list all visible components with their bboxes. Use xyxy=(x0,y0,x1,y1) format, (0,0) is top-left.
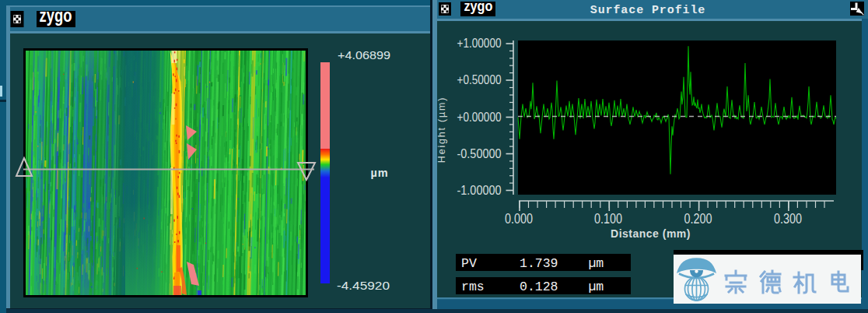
svg-text:-4.45920: -4.45920 xyxy=(337,279,390,292)
svg-text:0.000: 0.000 xyxy=(505,210,533,227)
svg-text:+1.00000: +1.00000 xyxy=(457,37,502,50)
svg-text:0.128: 0.128 xyxy=(520,280,558,294)
svg-text:0.300: 0.300 xyxy=(774,210,802,227)
svg-text:+0.50000: +0.50000 xyxy=(457,73,502,86)
svg-text:+0.00000: +0.00000 xyxy=(457,111,502,124)
svg-text:µm: µm xyxy=(588,256,604,271)
svg-text:1.739: 1.739 xyxy=(520,256,558,271)
svg-text:0.200: 0.200 xyxy=(684,210,712,227)
svg-text:Height (µm): Height (µm) xyxy=(436,97,447,163)
svg-text:0.100: 0.100 xyxy=(594,210,622,227)
svg-text:zygo: zygo xyxy=(40,5,72,26)
svg-text:-1.00000: -1.00000 xyxy=(457,184,502,197)
svg-text:Surface Profile: Surface Profile xyxy=(590,4,706,17)
svg-text:µm: µm xyxy=(371,167,389,179)
svg-text:rms: rms xyxy=(461,280,485,294)
svg-text:-0.50000: -0.50000 xyxy=(457,147,502,160)
svg-text:Distance (mm): Distance (mm) xyxy=(611,227,691,240)
svg-text:µm: µm xyxy=(588,280,604,294)
svg-text:+4.06899: +4.06899 xyxy=(338,48,390,62)
svg-text:zygo: zygo xyxy=(464,0,492,14)
svg-text:PV: PV xyxy=(461,256,477,271)
